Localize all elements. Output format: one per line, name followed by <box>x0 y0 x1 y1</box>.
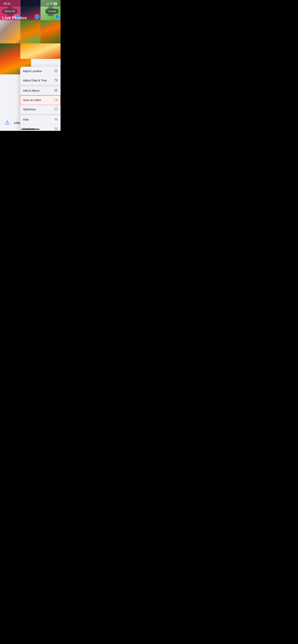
context-menu: Adjust Location Adjust Date & Time <box>20 67 61 131</box>
svg-point-8 <box>56 80 57 81</box>
svg-rect-15 <box>55 99 57 101</box>
menu-item-adjust-datetime[interactable]: Adjust Date & Time <box>20 76 61 85</box>
share-icon <box>5 120 9 126</box>
wifi-icon <box>50 2 53 5</box>
svg-marker-18 <box>56 108 57 110</box>
eye-slash-icon <box>54 118 58 122</box>
play-icon <box>54 108 58 112</box>
status-time: 21:11 <box>4 2 11 5</box>
signal-icon <box>46 3 49 5</box>
menu-label-save-video: Save as Video <box>23 98 41 102</box>
grid-header: Select All Cancel <box>0 8 61 15</box>
home-indicator <box>21 129 40 130</box>
album-icon <box>54 89 58 93</box>
photo-cell-5[interactable] <box>20 20 44 44</box>
menu-label-hide: Hide <box>23 118 29 121</box>
share-button[interactable] <box>4 120 10 126</box>
menu-label-add-album: Add to Album <box>23 89 40 92</box>
photo-cell-6[interactable] <box>41 20 61 44</box>
cancel-button[interactable]: Cancel <box>45 9 59 14</box>
video-icon <box>54 98 58 102</box>
menu-item-slideshow[interactable]: Slideshow <box>20 105 61 114</box>
menu-label-adjust-datetime: Adjust Date & Time <box>23 79 47 82</box>
location-icon <box>54 69 58 73</box>
menu-item-adjust-location[interactable]: Adjust Location <box>20 67 61 76</box>
battery-icon: 58 <box>54 2 57 5</box>
menu-item-hide[interactable]: Hide <box>20 114 61 124</box>
menu-item-duplicate[interactable]: Duplicate <box>20 124 61 131</box>
status-bar: 21:11 58 <box>0 0 61 6</box>
calendar-icon <box>54 78 58 82</box>
menu-label-slideshow: Slideshow <box>23 108 36 111</box>
select-check-2[interactable] <box>35 14 39 19</box>
svg-marker-16 <box>57 99 57 101</box>
menu-item-add-album[interactable]: Add to Album <box>20 85 61 96</box>
photo-cell-4[interactable] <box>0 20 23 44</box>
duplicate-icon <box>54 127 58 131</box>
select-all-button[interactable]: Select All <box>2 9 18 14</box>
menu-label-adjust-location: Adjust Location <box>23 70 42 73</box>
menu-item-save-video[interactable]: Save as Video <box>20 95 61 105</box>
live-photos-label: Live Photos <box>2 16 27 20</box>
status-icons: 58 <box>46 2 57 5</box>
